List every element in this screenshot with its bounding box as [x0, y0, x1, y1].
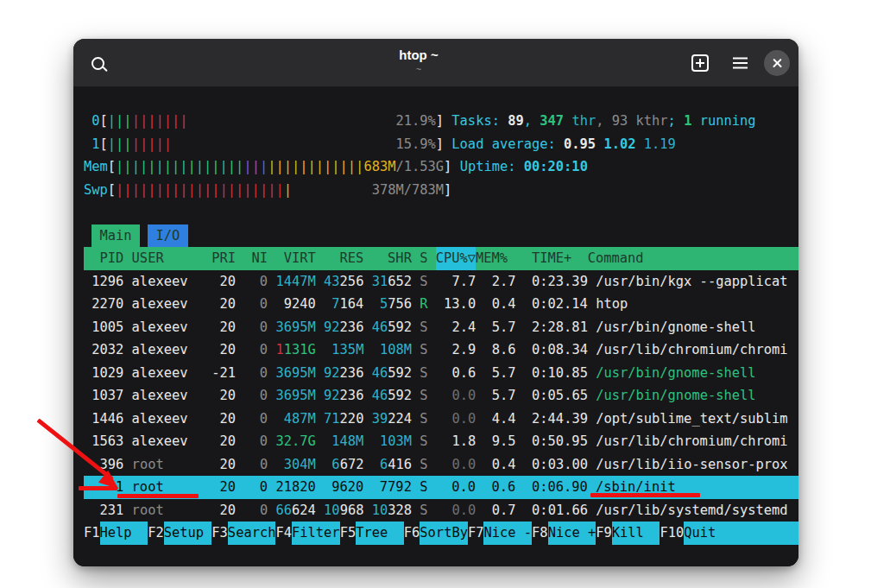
tab-io[interactable]: I/O: [148, 224, 187, 248]
text-segment: 31: [372, 270, 388, 294]
table-header-columns-right[interactable]: MEM% TIME+ Command: [476, 247, 644, 270]
cpu1-percent: 15.9%: [395, 133, 435, 156]
process-row[interactable]: 1446 alexeev 20 0 487M 71220 39224 S 0.0…: [84, 408, 798, 431]
text-segment: [: [108, 179, 116, 202]
process-row[interactable]: 231 root 20 0 66624 10968 10328 S 0.0 0.…: [84, 499, 798, 522]
text-segment: /usr/bin/gnome-shell: [596, 384, 755, 408]
text-segment: S: [420, 408, 427, 431]
tab-main[interactable]: Main: [92, 224, 140, 248]
text-segment: [316, 270, 324, 294]
text-segment: [268, 408, 284, 431]
text-segment: 10: [372, 499, 388, 522]
text-segment: [: [100, 133, 108, 156]
text-segment: [428, 499, 452, 522]
tasks-label: Tasks:: [451, 110, 508, 133]
text-segment: [268, 338, 275, 362]
text-segment: 1: [275, 338, 283, 362]
text-segment: 0.0: [451, 453, 476, 477]
text-segment: 756: [388, 293, 420, 316]
text-segment: 968: [340, 499, 372, 522]
text-segment: [363, 338, 380, 362]
fn-filter-button[interactable]: Filter: [292, 522, 340, 545]
screen-tabs-line: Main I/O: [84, 224, 798, 248]
swap-meter-line: Swp[|||||||||||||||||||||| 378M/783M]: [84, 179, 798, 202]
window-title: htop ~: [177, 46, 660, 64]
close-button[interactable]: [764, 50, 790, 76]
text-segment: 108M: [380, 338, 412, 362]
text-segment: 0.0: [451, 499, 476, 522]
fn-key-f2: F2: [148, 522, 164, 545]
cpu1-meter-and-load-line: 1[|||||||| 15.9%] Load average: 0.95 1.0…: [84, 133, 798, 156]
text-segment: 1037 alexeev 20: [84, 384, 243, 408]
fn-quit-button[interactable]: Quit: [684, 522, 798, 545]
text-segment: ,: [596, 110, 612, 133]
text-segment: S: [420, 270, 427, 294]
fn-setup-button[interactable]: Setup: [164, 522, 212, 545]
text-segment: [268, 362, 275, 385]
text-segment: thr: [564, 110, 596, 133]
cpu0-bars-kernel: |||||||: [132, 110, 188, 133]
process-row[interactable]: 2032 alexeev 20 0 1131G 135M 108M S 2.9 …: [84, 338, 798, 362]
text-segment: 0: [243, 384, 268, 408]
text-segment: 103M: [380, 430, 412, 453]
text-segment: [268, 270, 275, 294]
new-tab-button[interactable]: [685, 47, 716, 79]
fn-sortby-button[interactable]: SortBy: [420, 522, 468, 545]
titlebar[interactable]: htop ~ ~: [73, 39, 798, 87]
text-segment: 624: [292, 499, 324, 522]
fn-tree-button[interactable]: Tree: [356, 522, 404, 545]
menu-button[interactable]: [724, 47, 755, 79]
page-background: { "window": { "title": "htop ~", "subtit…: [0, 0, 871, 588]
text-segment: 46: [372, 362, 388, 385]
fn-key-f3: F3: [211, 522, 228, 545]
uptime-value: 00:20:10: [524, 155, 588, 179]
process-row[interactable]: 1005 alexeev 20 0 3695M 92236 46592 S 2.…: [84, 316, 798, 339]
text-segment: 3695M: [275, 316, 315, 339]
fn-key-f10: F10: [660, 522, 684, 545]
cpu0-percent: 21.9%: [395, 110, 435, 133]
table-header-columns[interactable]: PID USER PRI NI VIRT RES SHR S: [84, 247, 436, 270]
process-row[interactable]: 1029 alexeev -21 0 3695M 92236 46592 S 0…: [84, 362, 798, 385]
text-segment: root: [132, 499, 212, 522]
text-segment: 416: [388, 453, 420, 477]
text-segment: [412, 430, 420, 453]
fn-kill-button[interactable]: Kill: [612, 522, 660, 545]
text-segment: 0: [243, 338, 268, 362]
text-segment: 131G: [284, 338, 316, 362]
column-header-cpu-sort[interactable]: CPU%▽: [436, 247, 476, 270]
console-window: htop ~ ~ 0[|||||||||| 21.9%] Tasks: 89, …: [73, 39, 798, 566]
text-segment: 46: [372, 316, 388, 339]
text-segment: [268, 453, 284, 477]
text-segment: S: [420, 316, 427, 339]
text-segment: 3695M: [275, 384, 315, 408]
process-row[interactable]: 1037 alexeev 20 0 3695M 92236 46592 S 0.…: [84, 384, 798, 408]
hamburger-icon: [733, 62, 748, 65]
text-segment: 4.4 2:44.39 /opt/sublime_text/sublim: [476, 408, 787, 431]
text-segment: ;: [668, 110, 685, 133]
text-segment: 0.4 0:03.00 /usr/lib/iio-sensor-prox: [476, 453, 787, 477]
fn-nice-plus-button[interactable]: Nice +: [548, 522, 596, 545]
search-button[interactable]: [82, 47, 113, 79]
text-segment: [316, 430, 332, 453]
text-segment: 592: [388, 316, 420, 339]
swap-used-total: 378M/783M: [372, 179, 444, 202]
fn-key-f7: F7: [468, 522, 484, 545]
text-segment: 0: [243, 293, 268, 316]
process-row[interactable]: 1563 alexeev 20 0 32.7G 148M 103M S 1.8 …: [84, 430, 798, 453]
text-segment: 164: [340, 293, 380, 316]
fn-nice-minus-button[interactable]: Nice -: [483, 522, 532, 545]
process-row[interactable]: 396 root 20 0 304M 6672 6416 S 0.0 0.4 0…: [84, 453, 798, 477]
fn-help-button[interactable]: Help: [100, 522, 148, 545]
fn-key-f4: F4: [275, 522, 292, 545]
text-segment: 13.0 0.4 0:02.14 htop: [428, 293, 628, 316]
process-row[interactable]: 1296 alexeev 20 0 1447M 43256 31652 S 7.…: [84, 270, 798, 294]
text-segment: ,: [524, 110, 540, 133]
fn-search-button[interactable]: Search: [228, 522, 276, 545]
text-segment: 304M: [284, 453, 316, 477]
text-segment: /usr/bin/gnome-shell: [596, 362, 755, 385]
cpu1-bars-normal: |||: [108, 133, 132, 156]
text-segment: [316, 338, 332, 362]
process-row[interactable]: 2270 alexeev 20 0 9240 7164 5756 R 13.0 …: [84, 293, 798, 316]
red-underline-pid-annotation: [117, 494, 199, 498]
text-segment: 236: [340, 316, 372, 339]
